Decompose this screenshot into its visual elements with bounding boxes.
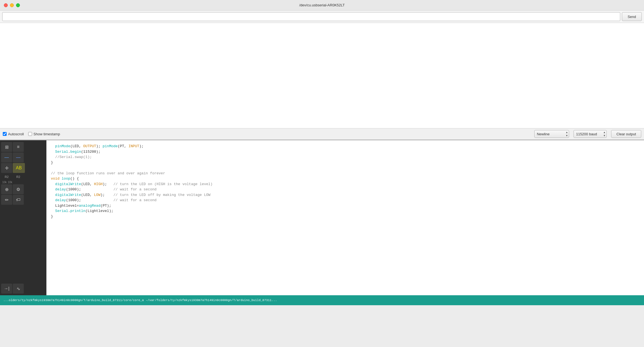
newline-dropdown[interactable]: No line ending Newline Carriage return B…: [534, 130, 569, 138]
tool-row-5: ⊕ ⚙: [1, 184, 45, 194]
resistor-label-1: R2: [1, 174, 12, 180]
sidebar-tool-arrow[interactable]: →|: [1, 284, 12, 294]
status-bar: ...olders/ty/nzkfmkys1930m7a7h149in0c000…: [0, 295, 644, 305]
sidebar-tool-wave[interactable]: ∿: [13, 284, 24, 294]
code-line-11: delay(1000); // wait for a second: [51, 198, 640, 203]
sidebar-tool-tag[interactable]: 🏷: [13, 195, 24, 205]
code-line-6: // the loop function runs over and over …: [51, 171, 640, 176]
sidebar-tool-5[interactable]: ✛: [1, 163, 12, 173]
code-line-12: Lightlevel=analogRead(PT);: [51, 203, 640, 209]
autoscroll-checkbox[interactable]: [3, 132, 7, 136]
newline-dropdown-container: No line ending Newline Carriage return B…: [534, 130, 569, 138]
code-line-4: }: [51, 160, 640, 165]
tool-row-1: ⊞ ≡: [1, 142, 45, 152]
tool-row-bottom-1: →| ∿: [1, 284, 45, 294]
serial-output-area[interactable]: [0, 23, 644, 128]
sidebar-tool-3[interactable]: —: [1, 152, 12, 162]
autoscroll-text: Autoscroll: [8, 132, 24, 136]
tool-row-6: ✏ 🏷: [1, 195, 45, 205]
resistor-label-2: R2: [13, 174, 24, 180]
send-button[interactable]: Send: [622, 12, 642, 21]
sidebar-tool-2[interactable]: ≡: [13, 142, 24, 152]
show-timestamp-checkbox[interactable]: [28, 132, 32, 136]
code-line-10: digitalWrite(LED, LOW); // turn the LED …: [51, 192, 640, 198]
editor-sidebar: ⊞ ≡ — — ✛ AB R2 R2 10k10k ⊕ ⚙: [0, 140, 46, 295]
sidebar-tool-4[interactable]: —: [13, 152, 24, 162]
sidebar-tool-6[interactable]: AB: [13, 163, 25, 173]
code-editor[interactable]: pinMode(LED, OUTPUT); pinMode(PT, INPUT)…: [46, 140, 644, 295]
code-line-8: digitalWrite(LED, HIGH); // turn the LED…: [51, 182, 640, 187]
clear-output-button[interactable]: Clear output: [611, 130, 641, 138]
status-bar-text: ...olders/ty/nzkfmkys1930m7a7h149in0c000…: [3, 299, 277, 302]
code-line-13: Serial.println(Lightlevel);: [51, 208, 640, 214]
tool-row-4: R2 R2: [1, 174, 45, 180]
autoscroll-label[interactable]: Autoscroll: [3, 132, 24, 136]
code-line-5: [51, 165, 640, 171]
serial-bottom-bar: Autoscroll Show timestamp No line ending…: [0, 128, 644, 140]
tool-row-3: ✛ AB: [1, 163, 45, 173]
close-button[interactable]: [4, 3, 8, 7]
code-line-9: delay(1000); // wait for a second: [51, 187, 640, 192]
code-line-7: void loop() {: [51, 176, 640, 182]
baud-dropdown[interactable]: 300 baud 1200 baud 2400 baud 4800 baud 9…: [574, 130, 607, 138]
title-bar: /dev/cu.usbserial-AR0K52LT: [0, 0, 644, 11]
serial-input[interactable]: [2, 12, 620, 21]
sidebar-tool-add[interactable]: ⊕: [1, 184, 12, 194]
window-title: /dev/cu.usbserial-AR0K52LT: [299, 3, 345, 7]
sidebar-bottom-tools: →| ∿: [0, 282, 46, 295]
code-line-3: //Serial.swap(1);: [51, 154, 640, 160]
sidebar-tool-1[interactable]: ⊞: [1, 142, 12, 152]
minimize-button[interactable]: [10, 3, 14, 7]
code-line-1: pinMode(LED, OUTPUT); pinMode(PT, INPUT)…: [51, 144, 640, 149]
code-line-2: Serial.begin(115200);: [51, 149, 640, 155]
editor-section: ⊞ ≡ — — ✛ AB R2 R2 10k10k ⊕ ⚙: [0, 140, 644, 295]
input-row: Send: [0, 11, 644, 23]
maximize-button[interactable]: [16, 3, 20, 7]
sidebar-tool-gear[interactable]: ⚙: [13, 184, 24, 194]
sidebar-tool-pencil[interactable]: ✏: [1, 195, 12, 205]
traffic-lights: [4, 3, 20, 7]
code-line-14: }: [51, 214, 640, 219]
sidebar-tools: ⊞ ≡ — — ✛ AB R2 R2 10k10k ⊕ ⚙: [0, 140, 46, 206]
show-timestamp-label[interactable]: Show timestamp: [28, 132, 60, 136]
tool-row-2: — —: [1, 152, 45, 162]
serial-monitor: Send Autoscroll Show timestamp No line e…: [0, 11, 644, 140]
resistor-sublabels: 10k10k: [1, 181, 45, 184]
baud-dropdown-container: 300 baud 1200 baud 2400 baud 4800 baud 9…: [574, 130, 607, 138]
show-timestamp-text: Show timestamp: [33, 132, 60, 136]
